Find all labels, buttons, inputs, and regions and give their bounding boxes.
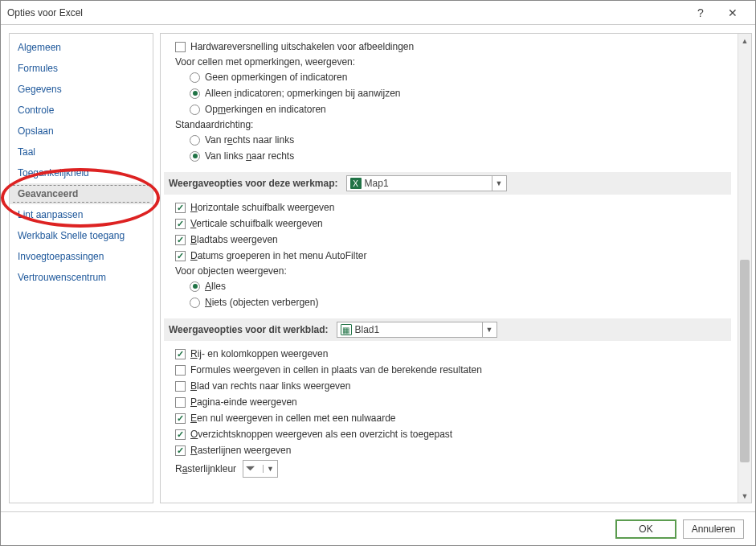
dialog-footer: OK Annuleren (1, 511, 755, 545)
sheettabs-label: Bladtabs weergeven (190, 234, 278, 245)
direction-rtl-radio[interactable] (190, 135, 200, 146)
help-button[interactable]: ? (684, 2, 717, 24)
formulas-checkbox[interactable] (175, 365, 186, 376)
paint-bucket-icon (247, 463, 259, 474)
worksheet-select-value: Blad1 (355, 324, 380, 335)
sidebar-item-label: Werkbalk Snelle toegang (18, 230, 125, 241)
sidebar: Algemeen Formules Gegevens Controle Opsl… (9, 33, 153, 503)
rowcol-headers-label: Rij- en kolomkoppen weergeven (190, 348, 328, 359)
worksheet-section-header: Weergaveopties voor dit werkblad: ▦ Blad… (164, 318, 731, 341)
sidebar-item-werkbalk-snelle-toegang[interactable]: Werkbalk Snelle toegang (10, 225, 153, 246)
worksheet-header-label: Weergaveopties voor dit werkblad: (169, 324, 329, 335)
sidebar-item-label: Lint aanpassen (18, 209, 83, 220)
gridline-color-label: Rasterlijnkleur (175, 463, 236, 474)
sidebar-item-vertrouwenscentrum[interactable]: Vertrouwenscentrum (10, 267, 153, 288)
gridlines-checkbox[interactable] (175, 445, 186, 456)
scroll-thumb[interactable] (740, 260, 750, 463)
scroll-up-arrow[interactable]: ▲ (738, 34, 751, 47)
sidebar-item-toegankelijkheid[interactable]: Toegankelijkheid (10, 162, 153, 183)
comments-indicators-radio[interactable] (190, 88, 200, 99)
comments-none-label: Geen opmerkingen of indicatoren (205, 72, 347, 83)
show-zero-checkbox[interactable] (175, 413, 186, 424)
sidebar-item-label: Vertrouwenscentrum (18, 272, 106, 283)
direction-group-label: Standaardrichting: (164, 117, 731, 132)
rowcol-headers-checkbox[interactable] (175, 349, 186, 359)
workbook-select-dropdown[interactable]: X Map1 ▼ (346, 175, 507, 191)
excel-icon: X (350, 178, 362, 189)
comments-group-label: Voor cellen met opmerkingen, weergeven: (164, 55, 731, 69)
titlebar: Opties voor Excel ? ✕ (1, 1, 755, 25)
gridlines-label: Rasterlijnen weergeven (190, 445, 291, 456)
hscroll-checkbox[interactable] (175, 203, 186, 213)
comments-both-radio[interactable] (190, 105, 200, 115)
hscroll-label: Horizontale schuifbalk weergeven (190, 202, 334, 213)
worksheet-select-dropdown[interactable]: ▦ Blad1 ▼ (337, 322, 497, 338)
page-break-label: Pagina-einde weergeven (190, 396, 297, 408)
dialog-title: Opties voor Excel (7, 7, 684, 18)
sheet-rtl-label: Blad van rechts naar links weergeven (190, 380, 350, 392)
cancel-button[interactable]: Annuleren (683, 519, 744, 539)
sidebar-item-label: Formules (18, 63, 58, 74)
sidebar-item-label: Opslaan (18, 125, 54, 137)
hardware-accel-checkbox[interactable] (175, 42, 186, 52)
objects-none-radio[interactable] (190, 298, 200, 308)
autofilter-dates-label: Datums groeperen in het menu AutoFilter (190, 250, 366, 261)
direction-ltr-radio[interactable] (190, 151, 200, 162)
workbook-header-label: Weergaveopties voor deze werkmap: (169, 178, 338, 189)
autofilter-dates-checkbox[interactable] (175, 251, 186, 261)
chevron-down-icon: ▼ (482, 322, 493, 337)
show-zero-label: Een nul weergeven in cellen met een nulw… (190, 413, 396, 424)
objects-group-label: Voor objecten weergeven: (164, 264, 731, 278)
vscroll-checkbox[interactable] (175, 219, 186, 229)
direction-rtl-label: Van rechts naar links (205, 134, 294, 146)
outline-buttons-checkbox[interactable] (175, 429, 186, 440)
sidebar-item-label: Taal (18, 146, 35, 158)
sidebar-item-opslaan[interactable]: Opslaan (10, 121, 153, 142)
sidebar-item-label: Gegevens (18, 84, 62, 95)
page-break-checkbox[interactable] (175, 397, 186, 408)
sidebar-item-label: Geavanceerd (18, 188, 78, 199)
objects-all-radio[interactable] (190, 281, 200, 292)
sheet-rtl-checkbox[interactable] (175, 381, 186, 392)
content-pane: Hardwareversnelling uitschakelen voor af… (161, 34, 738, 503)
chevron-down-icon: ▼ (263, 465, 274, 473)
sidebar-item-formules[interactable]: Formules (10, 58, 153, 79)
sheettabs-checkbox[interactable] (175, 235, 186, 245)
sidebar-item-controle[interactable]: Controle (10, 100, 153, 121)
sidebar-item-label: Algemeen (18, 42, 61, 53)
gridline-color-button[interactable]: ▼ (243, 460, 278, 478)
scroll-down-arrow[interactable]: ▼ (738, 489, 751, 503)
scroll-track[interactable] (738, 47, 751, 489)
sidebar-item-label: Controle (18, 105, 54, 116)
sidebar-item-label: Toegankelijkheid (18, 167, 89, 179)
ok-button[interactable]: OK (615, 519, 676, 539)
chevron-down-icon: ▼ (492, 176, 503, 191)
formulas-label: Formules weergeven in cellen in plaats v… (190, 364, 482, 376)
comments-indicators-label: Alleen indicatoren; opmerkingen bij aanw… (205, 88, 401, 99)
sidebar-item-geavanceerd[interactable]: Geavanceerd (10, 183, 153, 204)
sidebar-item-algemeen[interactable]: Algemeen (10, 37, 153, 58)
sheet-icon: ▦ (341, 324, 352, 335)
sidebar-item-taal[interactable]: Taal (10, 142, 153, 162)
sidebar-item-lint-aanpassen[interactable]: Lint aanpassen (10, 204, 153, 225)
sidebar-item-label: Invoegtoepassingen (18, 251, 104, 262)
sidebar-item-invoegtoepassingen[interactable]: Invoegtoepassingen (10, 246, 153, 267)
outline-buttons-label: Overzichtsknoppen weergeven als een over… (190, 429, 452, 440)
hardware-accel-label: Hardwareversnelling uitschakelen voor af… (190, 41, 414, 52)
objects-none-label: Niets (objecten verbergen) (205, 297, 318, 308)
objects-all-label: Alles (205, 281, 226, 292)
vertical-scrollbar[interactable]: ▲ ▼ (738, 34, 751, 503)
sidebar-item-gegevens[interactable]: Gegevens (10, 79, 153, 100)
direction-ltr-label: Van links naar rechts (205, 150, 294, 162)
vscroll-label: Verticale schuifbalk weergeven (190, 218, 323, 229)
close-button[interactable]: ✕ (717, 2, 749, 24)
comments-both-label: Opmerkingen en indicatoren (205, 104, 326, 115)
workbook-select-value: Map1 (365, 178, 389, 189)
comments-none-radio[interactable] (190, 72, 200, 83)
workbook-section-header: Weergaveopties voor deze werkmap: X Map1… (164, 172, 731, 195)
